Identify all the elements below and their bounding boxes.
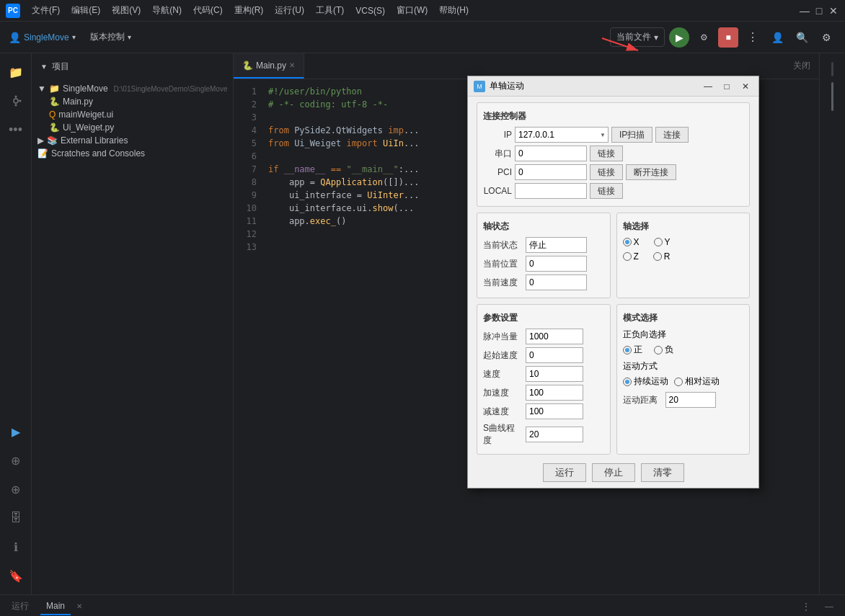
continuous-radio[interactable]: 持续运动 <box>623 375 668 388</box>
file-panel-header[interactable]: ▼ 项目 <box>32 53 233 79</box>
run-button[interactable]: ▶ <box>669 27 689 48</box>
mode-section: 模式选择 正负向选择 正 负 运动方式 <box>616 304 751 455</box>
ip-select-wrapper[interactable]: 127.0.0.1 <box>515 127 609 143</box>
tab-close-mainpy[interactable]: ✕ <box>289 61 295 69</box>
current-status-row: 当前状态 <box>483 237 604 253</box>
current-file-button[interactable]: 当前文件 ▾ <box>610 27 665 47</box>
menu-help[interactable]: 帮助(H) <box>433 3 474 18</box>
run-action-btn[interactable]: 运行 <box>543 463 586 482</box>
mode-header: 模式选择 <box>623 312 744 324</box>
pci-link-btn[interactable]: 链接 <box>590 164 623 180</box>
right-sidebar <box>819 53 845 594</box>
current-status-label: 当前状态 <box>483 239 523 251</box>
tree-item-singlemove[interactable]: ▼ 📁 SingleMove D:\01SingleMoveDemo\Singl… <box>32 82 233 95</box>
menu-tools[interactable]: 工具(T) <box>310 3 350 18</box>
tree-item-mainweiget[interactable]: Q mainWeiget.ui <box>43 108 233 121</box>
minimize-button[interactable]: — <box>799 5 810 17</box>
settings2-button[interactable]: ⚙ <box>816 27 836 48</box>
search-button[interactable]: 🔍 <box>792 27 812 48</box>
maximize-button[interactable]: □ <box>813 5 825 17</box>
port-link-btn[interactable]: 链接 <box>590 146 623 161</box>
dialog-minimize-btn[interactable]: — <box>701 79 715 94</box>
local-row: LOCAL 链接 <box>483 183 743 199</box>
tree-item-uiweiget[interactable]: 🐍 Ui_Weiget.py <box>43 121 233 134</box>
axis-x-radio[interactable]: X <box>623 237 640 247</box>
panel-tab-run[interactable]: 运行 <box>6 597 35 615</box>
current-status-input[interactable] <box>526 237 587 253</box>
panel-tab-main[interactable]: Main <box>40 598 71 615</box>
dialog-maximize-btn[interactable]: □ <box>720 79 734 94</box>
axis-z-radio-circle <box>623 252 632 261</box>
panel-close-icon[interactable]: — <box>819 597 839 617</box>
panel-menu-icon[interactable]: ⋮ <box>796 597 816 617</box>
ip-select[interactable]: 127.0.0.1 <box>515 127 609 143</box>
ip-scan-btn[interactable]: IP扫描 <box>611 127 652 143</box>
sidebar-icon-run[interactable]: ▶ <box>3 419 29 445</box>
more-button[interactable]: ⋮ <box>743 27 763 48</box>
neg-direction-radio[interactable]: 负 <box>654 344 673 356</box>
axis-r-radio[interactable]: R <box>653 251 671 262</box>
svg-point-3 <box>14 96 17 98</box>
single-axis-dialog[interactable]: M 单轴运动 — □ ✕ 连接控制器 IP 127.0.0.1 IP扫描 <box>467 76 759 488</box>
sidebar-icon-plugin[interactable]: ⊕ <box>3 476 29 502</box>
stop-button[interactable]: ■ <box>718 27 738 48</box>
menu-file[interactable]: 文件(F) <box>26 3 66 18</box>
s-curve-input[interactable] <box>526 427 583 442</box>
svg-point-4 <box>14 104 17 107</box>
sidebar-icon-layers[interactable]: ⊕ <box>3 447 29 473</box>
menu-view[interactable]: 视图(V) <box>106 3 146 18</box>
local-link-btn[interactable]: 链接 <box>590 183 623 199</box>
close-button[interactable]: ✕ <box>828 5 839 17</box>
speed-input[interactable] <box>526 366 583 382</box>
current-speed-label: 当前速度 <box>483 277 523 289</box>
dialog-close-btn[interactable]: ✕ <box>738 79 753 94</box>
menu-vcs[interactable]: VCS(S) <box>350 4 391 17</box>
axis-z-radio[interactable]: Z <box>623 251 639 262</box>
port-input[interactable] <box>515 146 587 161</box>
sidebar-icon-folder[interactable]: 📁 <box>3 59 29 85</box>
menu-window[interactable]: 窗口(W) <box>391 3 433 18</box>
pci-label: PCI <box>483 167 512 177</box>
disconnect-btn[interactable]: 断开连接 <box>626 164 676 180</box>
menu-bar: PC 文件(F) 编辑(E) 视图(V) 导航(N) 代码(C) 重构(R) 运… <box>0 0 845 22</box>
menu-run[interactable]: 运行(U) <box>269 3 310 18</box>
sidebar-icon-database[interactable]: 🗄 <box>3 505 29 531</box>
window-controls: — □ ✕ <box>799 5 839 17</box>
menu-code[interactable]: 代码(C) <box>187 3 229 18</box>
start-speed-label: 起始速度 <box>483 349 523 362</box>
menu-refactor[interactable]: 重构(R) <box>229 3 270 18</box>
pci-input[interactable] <box>515 164 587 180</box>
panel-tab-main-close[interactable]: ✕ <box>76 602 82 610</box>
menu-navigate[interactable]: 导航(N) <box>146 3 187 18</box>
pos-direction-radio[interactable]: 正 <box>623 344 642 356</box>
connect-btn[interactable]: 连接 <box>655 127 689 143</box>
distance-input[interactable] <box>665 392 716 408</box>
sidebar-icon-info[interactable]: ℹ <box>3 534 29 560</box>
tree-item-scratches[interactable]: 📝 Scratches and Consoles <box>32 147 233 160</box>
profile-button[interactable]: 👤 <box>767 27 787 48</box>
menu-edit[interactable]: 编辑(E) <box>66 3 106 18</box>
sidebar-icon-bookmark[interactable]: 🔖 <box>3 563 29 589</box>
version-control-btn[interactable]: 版本控制 ▾ <box>90 31 131 43</box>
start-speed-input[interactable] <box>526 347 583 363</box>
project-dropdown[interactable]: 👤 SingleMove ▾ <box>9 32 76 43</box>
tree-item-external[interactable]: ▶ 📚 External Libraries <box>32 134 233 147</box>
relative-radio[interactable]: 相对运动 <box>674 375 720 388</box>
sidebar-icon-more[interactable]: ••• <box>3 117 29 143</box>
local-input[interactable] <box>515 183 587 199</box>
decel-row: 减速度 <box>483 403 604 419</box>
stop-action-btn[interactable]: 停止 <box>592 463 635 482</box>
current-speed-input[interactable] <box>526 274 587 290</box>
tab-mainpy[interactable]: 🐍 Main.py ✕ <box>234 53 304 79</box>
clear-action-btn[interactable]: 清零 <box>641 463 684 482</box>
tree-item-mainpy[interactable]: 🐍 Main.py <box>43 95 233 108</box>
settings-button[interactable]: ⚙ <box>694 27 714 48</box>
ip-row: IP 127.0.0.1 IP扫描 连接 <box>483 127 743 143</box>
current-pos-input[interactable] <box>526 256 587 272</box>
pulse-input[interactable] <box>526 329 583 344</box>
close-panel-button[interactable]: 关闭 <box>784 60 819 72</box>
accel-input[interactable] <box>526 385 583 401</box>
axis-y-radio[interactable]: Y <box>654 237 671 247</box>
decel-input[interactable] <box>526 403 583 419</box>
sidebar-icon-git[interactable] <box>3 88 29 114</box>
